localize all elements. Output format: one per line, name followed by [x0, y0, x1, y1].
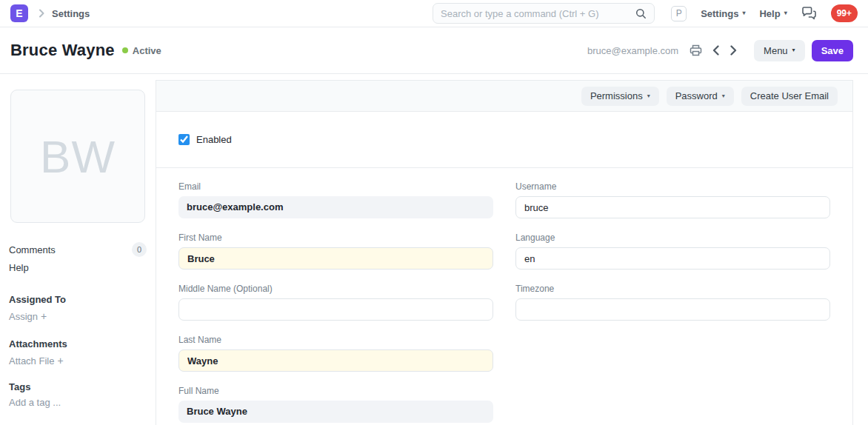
timezone-input[interactable] [515, 298, 830, 321]
form-fields-section: Email bruce@example.com First Name Middl… [156, 168, 852, 425]
language-input[interactable] [515, 247, 830, 270]
middle-name-field: Middle Name (Optional) [178, 284, 493, 321]
status-badge: Active [122, 45, 161, 56]
navbar-help-dropdown[interactable]: Help ▾ [759, 8, 787, 19]
notifications-badge[interactable]: 99+ [831, 4, 858, 22]
attach-file-label: Attach File [9, 355, 54, 367]
timezone-field-label: Timezone [515, 284, 830, 294]
search-icon [635, 8, 647, 19]
page-title: Bruce Wayne [10, 41, 115, 60]
next-document-icon[interactable] [728, 44, 739, 57]
form-toolbar: Permissions ▾ Password ▾ Create User Ema… [156, 81, 852, 112]
password-dropdown[interactable]: Password ▾ [667, 87, 734, 106]
user-settings-page: E Settings P Settings ▾ Help ▾ [0, 0, 868, 425]
save-button[interactable]: Save [812, 40, 853, 61]
last-name-field-label: Last Name [178, 335, 493, 345]
chevron-down-icon: ▾ [647, 93, 650, 99]
document-id: bruce@example.com [587, 45, 678, 56]
last-name-input[interactable] [178, 349, 493, 372]
print-icon[interactable] [688, 43, 704, 58]
enabled-checkbox[interactable] [178, 134, 190, 145]
sidebar-item-help[interactable]: Help [9, 261, 147, 274]
breadcrumb[interactable]: Settings [52, 8, 90, 19]
email-field: Email bruce@example.com [178, 181, 493, 218]
status-dot-icon [122, 47, 128, 53]
user-avatar-letter: P [676, 8, 682, 19]
user-avatar[interactable]: P [671, 6, 687, 21]
app-logo[interactable]: E [10, 4, 28, 22]
email-field-value: bruce@example.com [178, 196, 493, 218]
breadcrumb-chevron-icon [38, 9, 45, 18]
navbar-settings-dropdown[interactable]: Settings ▾ [701, 8, 745, 19]
assigned-to-heading: Assigned To [9, 293, 147, 306]
last-name-field: Last Name [178, 335, 493, 372]
sidebar-item-comments[interactable]: Comments [9, 244, 56, 256]
full-name-field: Full Name Bruce Wayne [178, 386, 493, 423]
first-name-field-label: First Name [178, 232, 493, 243]
timezone-field: Timezone [515, 284, 830, 321]
form-card: Permissions ▾ Password ▾ Create User Ema… [156, 80, 853, 425]
full-name-field-value: Bruce Wayne [178, 401, 493, 423]
permissions-label: Permissions [590, 90, 643, 101]
search-input[interactable] [441, 8, 635, 19]
attach-file-button[interactable]: Attach File+ [9, 355, 147, 367]
menu-button-label: Menu [764, 45, 788, 56]
app-logo-letter: E [16, 7, 22, 19]
middle-name-input[interactable] [178, 298, 493, 321]
username-field-label: Username [515, 181, 830, 192]
enabled-label[interactable]: Enabled [196, 134, 232, 145]
add-tag-input[interactable]: Add a tag ... [9, 396, 147, 409]
first-name-field: First Name [178, 232, 493, 270]
document-sidebar: BW Comments 0 Help Assigned To Assign+ A… [0, 74, 156, 425]
tags-heading: Tags [9, 381, 147, 393]
chat-icon[interactable] [801, 7, 817, 20]
create-user-email-label: Create User Email [750, 90, 829, 101]
previous-document-icon[interactable] [710, 44, 721, 57]
form-column-right: Username Language Timezone [515, 181, 830, 425]
attachments-heading: Attachments [9, 338, 147, 350]
comments-count-badge: 0 [132, 242, 147, 257]
first-name-input[interactable] [178, 247, 493, 270]
language-field: Language [515, 232, 830, 270]
page-actions: bruce@example.com Menu ▾ Save [587, 40, 853, 61]
form-column-left: Email bruce@example.com First Name Middl… [178, 181, 493, 425]
navbar-right: P Settings ▾ Help ▾ 99+ [671, 4, 858, 22]
menu-button[interactable]: Menu ▾ [754, 40, 805, 61]
chevron-down-icon: ▾ [722, 93, 725, 99]
username-field: Username [515, 181, 830, 218]
password-label: Password [675, 90, 718, 101]
email-field-label: Email [178, 181, 493, 192]
navbar: E Settings P Settings ▾ Help ▾ [0, 0, 868, 27]
chevron-down-icon: ▾ [784, 10, 787, 16]
avatar: BW [40, 130, 116, 183]
chevron-down-icon: ▾ [792, 47, 795, 53]
full-name-field-label: Full Name [178, 386, 493, 396]
user-image-upload[interactable]: BW [10, 90, 145, 223]
enabled-section: Enabled [156, 112, 852, 168]
language-field-label: Language [515, 232, 830, 243]
plus-icon: + [57, 355, 63, 367]
middle-name-field-label: Middle Name (Optional) [178, 284, 493, 294]
plus-icon: + [41, 310, 47, 322]
navbar-help-label: Help [759, 8, 780, 19]
global-search[interactable] [433, 3, 655, 24]
assign-button[interactable]: Assign+ [9, 310, 147, 323]
navbar-settings-label: Settings [701, 8, 738, 19]
chevron-down-icon: ▾ [742, 10, 745, 16]
assign-label: Assign [9, 311, 38, 322]
page-header: Bruce Wayne Active bruce@example.com Men… [0, 27, 868, 74]
username-input[interactable] [515, 196, 830, 218]
permissions-dropdown[interactable]: Permissions ▾ [581, 87, 659, 106]
status-label: Active [133, 45, 161, 56]
create-user-email-button[interactable]: Create User Email [741, 87, 838, 106]
